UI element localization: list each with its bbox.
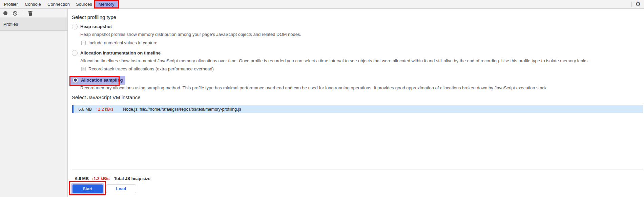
radio-option-heap-snapshot: Heap snapshot <box>72 24 112 29</box>
clear-profiles-icon[interactable] <box>13 11 18 16</box>
tabbar-divider <box>631 2 632 7</box>
record-stack-traces-row: ✓ Record stack traces of allocations (ex… <box>81 66 214 71</box>
allocation-timeline-label[interactable]: Allocation instrumentation on timeline <box>80 50 161 56</box>
include-numerical-values-label: Include numerical values in capture <box>88 40 158 45</box>
record-profile-icon[interactable] <box>3 11 7 15</box>
start-button[interactable]: Start <box>72 184 103 193</box>
vm-heap-size: 6.6 MB <box>74 107 92 112</box>
include-numerical-values-row: Include numerical values in capture <box>81 40 158 45</box>
total-heap-size-label: Total JS heap size <box>114 176 150 181</box>
heap-snapshot-description: Heap snapshot profiles show memory distr… <box>80 32 301 37</box>
vm-allocation-rate: ↑1.2 kB/s <box>96 107 117 112</box>
radio-option-allocation-sampling: Allocation sampling <box>70 76 125 85</box>
radio-option-allocation-timeline: Allocation instrumentation on timeline <box>72 50 161 56</box>
settings-gear-icon[interactable]: ⚙ <box>636 0 641 8</box>
tab-connection[interactable]: Connection <box>44 0 73 8</box>
profiler-toolbar <box>0 9 67 18</box>
delete-trash-icon[interactable] <box>28 11 33 16</box>
allocation-sampling-description: Record memory allocations using sampling… <box>80 85 548 90</box>
allocation-timeline-radio[interactable] <box>72 50 78 56</box>
tab-sources[interactable]: Sources <box>73 0 95 8</box>
total-heap-size-value: 6.6 MB <box>72 176 89 181</box>
allocation-sampling-label[interactable]: Allocation sampling <box>81 78 123 83</box>
heap-snapshot-label[interactable]: Heap snapshot <box>80 24 112 29</box>
record-stack-traces-checkbox: ✓ <box>81 67 86 71</box>
record-stack-traces-label: Record stack traces of allocations (extr… <box>88 66 214 71</box>
tab-bar: Profiler Console Connection Sources Memo… <box>0 0 644 9</box>
heap-snapshot-radio[interactable] <box>72 24 78 29</box>
include-numerical-values-checkbox[interactable] <box>81 41 86 45</box>
load-button[interactable]: Load <box>106 184 136 193</box>
allocation-timeline-description: Allocation timelines show instrumented J… <box>80 58 589 63</box>
checkmark-icon: ✓ <box>82 67 85 71</box>
allocation-sampling-radio[interactable] <box>72 77 78 83</box>
profiles-sidebar: Profiles <box>0 9 68 197</box>
devtools-memory-panel: Profiler Console Connection Sources Memo… <box>0 0 644 197</box>
memory-panel-main: Select profiling type Heap snapshot Heap… <box>68 9 644 197</box>
tab-memory[interactable]: Memory <box>95 0 118 8</box>
toolbar-divider <box>23 10 23 16</box>
total-allocation-rate: ↑1.2 kB/s <box>91 176 110 181</box>
vm-instance-table: 6.6 MB ↑1.2 kB/s Node.js: file:///home/r… <box>72 105 643 170</box>
vm-instance-name: Node.js: file:///home/rafaelgss/repos/os… <box>123 107 241 112</box>
profiling-type-title: Select profiling type <box>72 14 116 20</box>
tab-profiler[interactable]: Profiler <box>0 0 22 8</box>
total-heap-row: 6.6 MB ↑1.2 kB/s Total JS heap size <box>72 176 150 181</box>
vm-instance-row[interactable]: 6.6 MB ↑1.2 kB/s Node.js: file:///home/r… <box>72 105 643 113</box>
vm-instance-title: Select JavaScript VM instance <box>72 94 141 100</box>
profiles-section-header: Profiles <box>0 18 67 31</box>
tab-console[interactable]: Console <box>22 0 44 8</box>
